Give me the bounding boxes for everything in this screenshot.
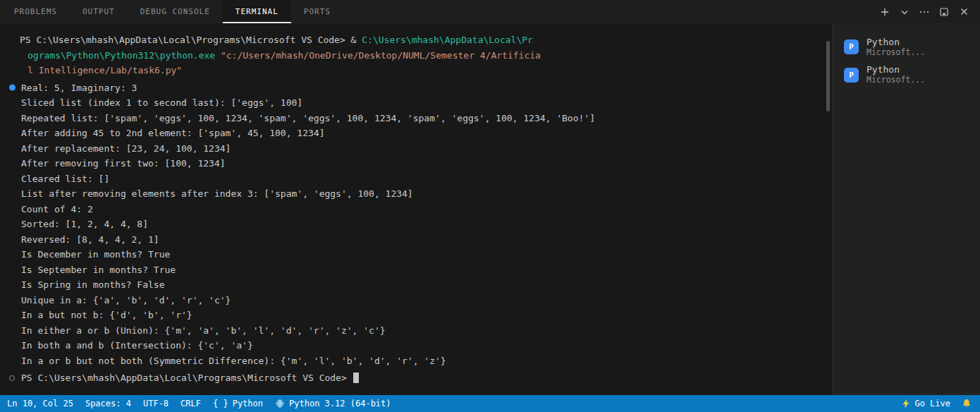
terminal-line: In either a or b (Union): {'m', 'a', 'b'…	[0, 323, 832, 339]
python-terminal-icon: P	[844, 40, 859, 54]
panel-icon	[939, 7, 949, 17]
terminal-text-segment: Cleared list: []	[21, 174, 109, 184]
panel-tab-terminal[interactable]: TERMINAL	[223, 0, 291, 23]
terminal-text-segment: After adding 45 to 2nd element: ['spam',…	[21, 128, 324, 138]
terminal-line: Repeated list: ['spam', 'eggs', 100, 123…	[0, 111, 832, 126]
terminal-text-segment: Count of 4: 2	[21, 204, 93, 214]
terminal-text-segment: "c:/Users/mhash/OneDrive/Desktop/NUML/Se…	[221, 50, 541, 61]
terminal-line: Sorted: [1, 2, 4, 4, 8]	[0, 217, 832, 232]
go-live-button[interactable]: Go Live	[902, 399, 950, 408]
terminal-line: Is December in months? True	[0, 247, 832, 262]
panel-tab-problems[interactable]: PROBLEMS	[1, 0, 70, 23]
terminal-line: PS C:\Users\mhash\AppData\Local\Programs…	[0, 370, 832, 386]
panel-tab-output[interactable]: OUTPUT	[70, 0, 128, 23]
close-icon	[960, 7, 969, 16]
bell-icon	[962, 399, 972, 408]
terminal-line: Count of 4: 2	[0, 202, 832, 217]
python-terminal-icon: P	[844, 68, 859, 83]
terminal-text-segment: Is December in months? True	[21, 249, 170, 260]
terminal-tab-item[interactable]: PPythonMicrosoft...	[833, 61, 980, 88]
terminal-item-title: Python	[866, 64, 925, 75]
status-bar-left: Ln 10, Col 25 Spaces: 4 UTF-8 CRLF { } P…	[7, 399, 391, 408]
terminal-line: In a or b but not both (Symmetric Differ…	[0, 353, 832, 369]
terminal-line: Real: 5, Imaginary: 3	[0, 80, 832, 96]
status-line-col[interactable]: Ln 10, Col 25	[7, 399, 73, 408]
status-bar-right: Go Live	[902, 399, 972, 408]
terminal-line: PS C:\Users\mhash\AppData\Local\Programs…	[0, 32, 832, 48]
status-indentation[interactable]: Spaces: 4	[85, 399, 131, 408]
new-terminal-button[interactable]	[877, 4, 893, 20]
status-language-mode[interactable]: { } Python	[213, 399, 263, 408]
terminal-cursor	[353, 372, 359, 383]
terminal-text-segment: In both a and b (Intersection): {'c', 'a…	[21, 340, 253, 351]
terminal-text-segment: ograms\Python\Python312\python.exe	[27, 50, 221, 61]
terminal-text-segment: In either a or b (Union): {'m', 'a', 'b'…	[21, 325, 386, 336]
terminal-line: List after removing elements after index…	[0, 186, 832, 202]
panel-header: PROBLEMSOUTPUTDEBUG CONSOLETERMINALPORTS	[0, 0, 980, 23]
terminal-line: ograms\Python\Python312\python.exe "c:/U…	[0, 48, 832, 63]
command-success-decoration-icon[interactable]	[9, 85, 16, 91]
panel-tab-ports[interactable]: PORTS	[291, 0, 343, 23]
chevron-down-icon	[900, 8, 909, 16]
terminal-line: After replacement: [23, 24, 100, 1234]	[0, 141, 832, 157]
maximize-panel-button[interactable]	[936, 4, 952, 20]
terminal-line: Cleared list: []	[0, 171, 832, 187]
terminal-output: PS C:\Users\mhash\AppData\Local\Programs…	[0, 23, 832, 386]
terminal-line: Is Spring in months? False	[0, 277, 832, 293]
terminal-text-segment: Real: 5, Imaginary: 3	[21, 83, 137, 93]
terminal-text-segment: After replacement: [23, 24, 100, 1234]	[21, 143, 231, 154]
ellipsis-icon	[919, 7, 930, 17]
launch-profile-button[interactable]	[897, 4, 912, 20]
terminal-tabs-sidebar: PPythonMicrosoft...PPythonMicrosoft...	[832, 23, 980, 395]
vscode-terminal-panel: PROBLEMSOUTPUTDEBUG CONSOLETERMINALPORTS	[0, 0, 980, 412]
more-actions-button[interactable]	[917, 4, 932, 20]
status-eol[interactable]: CRLF	[180, 399, 201, 408]
go-live-label: Go Live	[914, 399, 950, 408]
terminal-viewport[interactable]: PS C:\Users\mhash\AppData\Local\Programs…	[0, 23, 832, 395]
close-panel-button[interactable]	[956, 4, 972, 20]
status-language-label: Python	[233, 399, 263, 408]
terminal-text-segment: Is September in months? True	[21, 265, 176, 275]
terminal-line: l Intelligence/Lab/task6.py"	[0, 63, 832, 78]
terminal-line: After removing first two: [100, 1234]	[0, 156, 832, 171]
terminal-text-segment: Repeated list: ['spam', 'eggs', 100, 123…	[21, 113, 595, 123]
terminal-line: Is September in months? True	[0, 262, 832, 278]
panel-tab-debug-console[interactable]: DEBUG CONSOLE	[128, 0, 223, 23]
terminal-text-segment: After removing first two: [100, 1234]	[21, 158, 226, 169]
notifications-bell-button[interactable]	[962, 399, 972, 408]
terminal-text-segment: In a but not b: {'d', 'b', 'r'}	[21, 310, 192, 320]
globe-icon	[275, 399, 285, 408]
status-bar: Ln 10, Col 25 Spaces: 4 UTF-8 CRLF { } P…	[0, 395, 980, 412]
terminal-text-segment: Sliced list (index 1 to second last): ['…	[21, 97, 302, 108]
terminal-item-detail: Microsoft...	[866, 75, 925, 85]
terminal-scrollbar[interactable]	[826, 41, 830, 111]
terminal-text-segment: l Intelligence/Lab/task6.py"	[27, 65, 182, 75]
panel-actions	[877, 0, 980, 23]
terminal-line: Unique in a: {'a', 'b', 'd', 'r', 'c'}	[0, 293, 832, 308]
terminal-line: In a but not b: {'d', 'b', 'r'}	[0, 308, 832, 323]
terminal-line: In both a and b (Intersection): {'c', 'a…	[0, 338, 832, 353]
terminal-text-segment: Is Spring in months? False	[21, 279, 165, 290]
terminal-text-segment: Reversed: [8, 4, 4, 2, 1]	[21, 234, 159, 245]
command-prompt-decoration-icon[interactable]	[9, 375, 15, 381]
terminal-text-segment: Unique in a: {'a', 'b', 'd', 'r', 'c'}	[21, 295, 231, 305]
terminal-text-segment: PS C:\Users\mhash\AppData\Local\Programs…	[20, 35, 362, 45]
status-interpreter-label: Python 3.12 (64-bit)	[289, 399, 391, 408]
plus-icon	[880, 7, 890, 17]
terminal-line: Reversed: [8, 4, 4, 2, 1]	[0, 232, 832, 248]
terminal-text-segment: PS C:\Users\mhash\AppData\Local\Programs…	[21, 372, 353, 383]
braces-icon: { }	[213, 399, 228, 408]
terminal-text-segment: List after removing elements after index…	[21, 188, 413, 199]
terminal-tab-item[interactable]: PPythonMicrosoft...	[833, 33, 980, 61]
terminal-line: Sliced list (index 1 to second last): ['…	[0, 95, 832, 111]
terminal-item-detail: Microsoft...	[866, 48, 925, 58]
panel-tabs: PROBLEMSOUTPUTDEBUG CONSOLETERMINALPORTS	[0, 0, 343, 23]
terminal-text-segment: In a or b but not both (Symmetric Differ…	[21, 356, 446, 366]
terminal-text-segment: Sorted: [1, 2, 4, 4, 8]	[21, 219, 148, 229]
terminal-line: After adding 45 to 2nd element: ['spam',…	[0, 126, 832, 141]
status-encoding[interactable]: UTF-8	[143, 399, 169, 408]
zap-icon	[902, 399, 910, 408]
status-python-interpreter[interactable]: Python 3.12 (64-bit)	[275, 399, 391, 408]
terminal-text-segment: C:\Users\mhash\AppData\Local\Pr	[362, 35, 533, 45]
terminal-item-title: Python	[866, 37, 925, 48]
